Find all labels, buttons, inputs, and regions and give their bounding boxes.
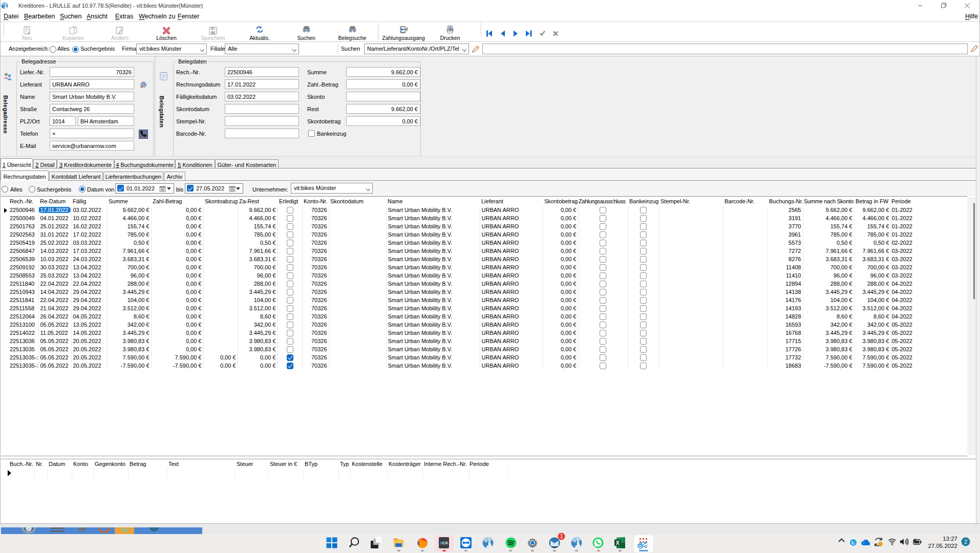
svg-text:i: i [4,3,5,8]
svg-text:1: 1 [560,534,563,539]
svg-text:X: X [616,540,620,546]
svg-text:2: 2 [964,539,967,545]
svg-text:L: L [852,540,855,545]
svg-text:i: i [576,539,578,547]
svg-text:i: i [487,539,489,547]
svg-text:3CX: 3CX [440,541,448,545]
